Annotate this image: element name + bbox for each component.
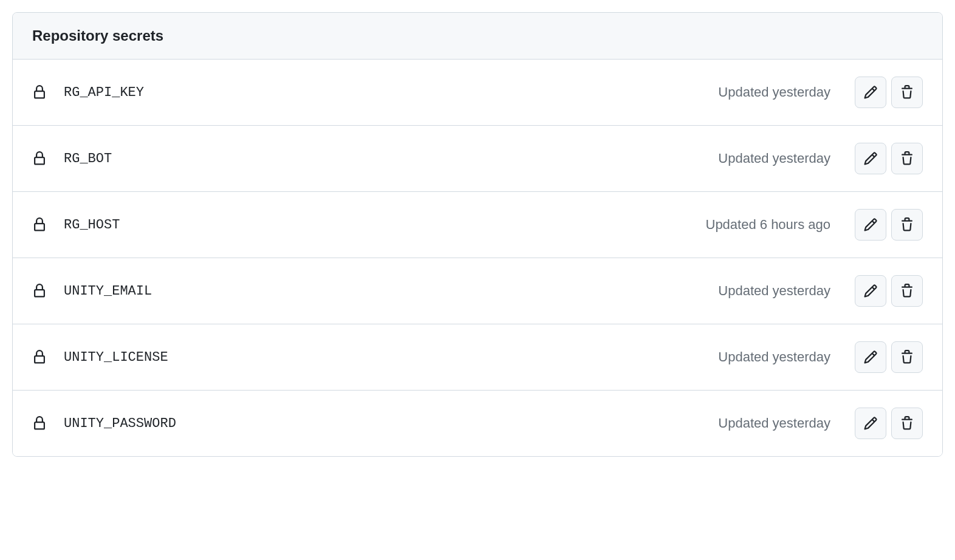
repository-secrets-panel: Repository secrets RG_API_KEYUpdated yes… (12, 12, 943, 457)
secret-name: UNITY_LICENSE (64, 350, 718, 365)
edit-button[interactable] (855, 408, 886, 439)
secret-row: RG_BOTUpdated yesterday (13, 126, 942, 192)
lock-icon (32, 416, 47, 431)
lock-icon (32, 350, 47, 364)
secret-row: RG_API_KEYUpdated yesterday (13, 60, 942, 126)
lock-icon (32, 151, 47, 166)
delete-button[interactable] (891, 209, 923, 241)
secret-updated: Updated yesterday (718, 151, 830, 166)
secrets-list: RG_API_KEYUpdated yesterdayRG_BOTUpdated… (13, 60, 942, 456)
panel-header: Repository secrets (13, 13, 942, 60)
secret-name: RG_API_KEY (64, 85, 718, 100)
delete-button[interactable] (891, 408, 923, 439)
edit-button[interactable] (855, 143, 886, 174)
secret-updated: Updated yesterday (718, 283, 830, 299)
delete-button[interactable] (891, 275, 923, 307)
secret-updated: Updated yesterday (718, 84, 830, 100)
secret-row: UNITY_EMAILUpdated yesterday (13, 258, 942, 324)
secret-name: RG_HOST (64, 217, 706, 233)
secret-name: RG_BOT (64, 151, 718, 166)
lock-icon (32, 85, 47, 100)
delete-button[interactable] (891, 143, 923, 174)
edit-button[interactable] (855, 209, 886, 241)
delete-button[interactable] (891, 341, 923, 373)
secret-row: UNITY_PASSWORDUpdated yesterday (13, 391, 942, 456)
secret-row: RG_HOSTUpdated 6 hours ago (13, 192, 942, 258)
secret-updated: Updated yesterday (718, 415, 830, 431)
delete-button[interactable] (891, 77, 923, 108)
secret-name: UNITY_EMAIL (64, 284, 718, 299)
secret-updated: Updated 6 hours ago (706, 217, 831, 233)
secret-updated: Updated yesterday (718, 349, 830, 365)
edit-button[interactable] (855, 341, 886, 373)
secret-name: UNITY_PASSWORD (64, 416, 718, 431)
secret-row: UNITY_LICENSEUpdated yesterday (13, 324, 942, 391)
lock-icon (32, 284, 47, 298)
lock-icon (32, 217, 47, 232)
edit-button[interactable] (855, 275, 886, 307)
panel-title: Repository secrets (32, 27, 923, 44)
edit-button[interactable] (855, 77, 886, 108)
